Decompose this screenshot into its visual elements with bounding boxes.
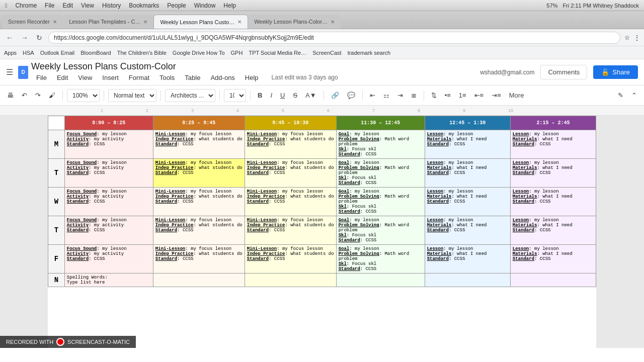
menu-view[interactable]: View [73,72,97,83]
share-button[interactable]: 🔓 Share [593,65,638,79]
redo-button[interactable]: ↷ [32,89,44,101]
mac-menu-help[interactable]: Help [223,2,236,9]
lesson-cell[interactable]: Lesson: my lessonMaterials: what I needS… [510,159,596,188]
empty-cell[interactable] [153,274,245,287]
undo-button[interactable]: ↶ [19,89,30,101]
lesson-cell[interactable]: Lesson: my lessonMaterials: what I needS… [425,245,510,274]
hamburger-menu-icon[interactable]: ☰ [6,67,13,77]
extensions-icon[interactable]: ⋮ [634,34,640,41]
italic-button[interactable]: I [267,89,275,101]
comments-button[interactable]: Comments [540,65,587,79]
bullet-list-button[interactable]: •≡ [442,89,454,101]
lesson-cell[interactable]: Mini-Lesson: my focus lessonIndep Practi… [245,245,336,274]
lesson-cell[interactable]: Mini-Lesson: my focus lessonIndep Practi… [245,188,336,216]
bookmark-childrens-bible[interactable]: The Children's Bible [117,50,167,56]
bookmark-google-drive[interactable]: Google Drive How To [173,50,225,56]
apple-menu[interactable]:  [5,2,7,9]
lesson-cell[interactable]: Lesson: my lessonMaterials: what I needS… [425,130,510,159]
lesson-cell[interactable]: Lesson: my lessonMaterials: what I needS… [510,216,596,245]
collapse-toolbar-button[interactable]: ⌃ [628,89,640,101]
menu-edit[interactable]: Edit [52,72,73,83]
lesson-cell[interactable]: Mini-Lesson: my focus lessonIndep Practi… [153,245,245,274]
lesson-cell[interactable]: Lesson: my lessonMaterials: what I needS… [510,130,596,159]
lesson-cell[interactable]: Mini-Lesson: my focus lessonIndep Practi… [245,216,336,245]
numbered-list-button[interactable]: 1≡ [456,89,469,101]
tab-close-icon[interactable]: ✕ [331,19,335,25]
lesson-cell[interactable]: Mini-Lesson: my focus lessonIndep Practi… [153,159,245,188]
menu-format[interactable]: Format [124,72,154,83]
empty-cell[interactable] [425,274,510,287]
lesson-cell[interactable]: Focus Sound: my lessonActivity: my activ… [64,216,153,245]
font-select[interactable]: Architects … [165,89,215,102]
lesson-cell[interactable]: Focus Sound: my lessonActivity: my activ… [64,159,153,188]
lesson-cell[interactable]: Mini-Lesson: my focus lessonIndep Practi… [153,216,245,245]
zoom-select[interactable]: 100% [67,89,100,102]
lesson-cell[interactable]: Focus Sound: my lessonActivity: my activ… [64,245,153,274]
tab-weekly-lesson-plans-custom[interactable]: Weekly Lesson Plans Custo… ✕ [153,15,248,29]
mac-menu-history[interactable]: History [102,2,121,9]
font-size-select[interactable]: 10 [224,89,246,102]
bookmark-star-icon[interactable]: ☆ [624,34,630,41]
mac-menu-bookmarks[interactable]: Bookmarks [129,2,159,9]
lesson-cell[interactable]: Mini-Lesson: my focus lessonIndep Practi… [153,188,245,216]
strikethrough-button[interactable]: S [290,89,300,101]
align-center-button[interactable]: ⚏ [380,89,392,101]
empty-cell[interactable] [510,274,596,287]
url-input[interactable] [48,32,620,44]
align-left-button[interactable]: ⇤ [367,89,378,101]
tab-close-icon[interactable]: ✕ [237,19,242,25]
forward-button[interactable]: → [19,33,30,43]
mac-menu-view[interactable]: View [81,2,94,9]
lesson-cell[interactable]: Goal: my lessonProblem Solving: Math wor… [336,159,425,188]
refresh-button[interactable]: ↻ [34,33,44,43]
tab-lesson-plan-templates[interactable]: Lesson Plan Templates - C… ✕ [63,15,153,29]
bookmark-outlook[interactable]: Outlook Email [40,50,74,56]
lesson-cell[interactable]: Lesson: my lessonMaterials: what I needS… [425,188,510,216]
align-right-button[interactable]: ⇥ [394,89,406,101]
mac-menu-chrome[interactable]: Chrome [15,2,37,9]
tab-weekly-lesson-plans-color[interactable]: Weekly Lesson Plans-Color… ✕ [248,15,341,29]
bookmark-tpt[interactable]: TPT Social Media Re… [249,50,306,56]
mac-menu-window[interactable]: Window [194,2,216,9]
bookmark-trademark[interactable]: trademark search [348,50,391,56]
tab-close-icon[interactable]: ✕ [143,19,147,25]
mac-menu-file[interactable]: File [45,2,54,9]
lesson-cell[interactable]: Lesson: my lessonMaterials: what I needS… [510,188,596,216]
doc-title[interactable]: Weekly Lesson Plans Custom-Color [31,61,338,72]
comment-button[interactable]: 💬 [344,89,358,101]
lesson-cell[interactable]: Focus Sound: my lessonActivity: my activ… [64,130,153,159]
mac-menu-people[interactable]: People [167,2,186,9]
empty-cell[interactable] [336,274,425,287]
increase-indent-button[interactable]: ⇥≡ [489,89,504,101]
empty-cell[interactable] [245,274,336,287]
print-button[interactable]: 🖶 [4,89,17,101]
lesson-cell[interactable]: Mini-Lesson: my focus lessonIndep Practi… [245,130,336,159]
style-select[interactable]: Normal text [108,89,156,102]
more-button[interactable]: More [506,89,527,101]
lesson-cell[interactable]: Goal: my lessonProblem Solving: Math wor… [336,216,425,245]
underline-button[interactable]: U [277,89,288,101]
menu-help[interactable]: Help [240,72,264,83]
lesson-cell[interactable]: Lesson: my lessonMaterials: what I needS… [425,159,510,188]
font-color-button[interactable]: A▼ [302,89,319,101]
tab-close-icon[interactable]: ✕ [53,19,57,25]
spelling-words-cell[interactable]: Spelling Words:Type list here [64,274,153,287]
lesson-cell[interactable]: Mini-Lesson: my focus lessonIndep Practi… [245,159,336,188]
lesson-cell[interactable]: Mini-Lesson: my focus lessonIndep Practi… [153,130,245,159]
lesson-cell[interactable]: Goal: my lessonProblem Solving: Math wor… [336,245,425,274]
menu-file[interactable]: File [31,72,52,83]
lesson-cell[interactable]: Lesson: my lessonMaterials: what I needS… [510,245,596,274]
bookmark-apps[interactable]: Apps [4,50,17,56]
bookmark-screencast[interactable]: ScreenCast [312,50,341,56]
paint-format-button[interactable]: 🖌 [46,89,58,101]
lesson-cell[interactable]: Goal: my lessonProblem Solving: Math wor… [336,188,425,216]
justify-button[interactable]: ≣ [408,89,420,101]
bookmark-bloomboard[interactable]: BloomBoard [80,50,111,56]
menu-insert[interactable]: Insert [97,72,124,83]
menu-table[interactable]: Table [180,72,205,83]
menu-tools[interactable]: Tools [154,72,180,83]
lesson-cell[interactable]: Focus Sound: my lessonActivity: my activ… [64,188,153,216]
back-button[interactable]: ← [4,33,15,43]
bookmark-hsa[interactable]: HSA [23,50,34,56]
link-button[interactable]: 🔗 [328,89,342,101]
